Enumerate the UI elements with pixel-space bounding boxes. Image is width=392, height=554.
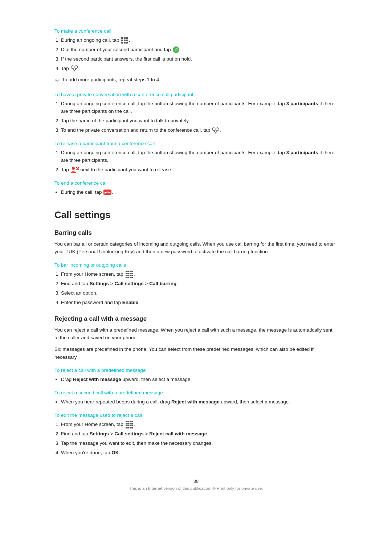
page-footer: 38 This is an Internet version of this p… xyxy=(54,479,338,491)
release-participant-steps: During an ongoing conference call, tap t… xyxy=(61,149,338,174)
step-2: Dial the number of your second participa… xyxy=(61,46,338,54)
conference-call-section: To make a conference call During an ongo… xyxy=(54,28,338,85)
bar-step-1: From your Home screen, tap . xyxy=(61,271,338,278)
rejecting-body2: Six messages are predefined in the phone… xyxy=(54,345,338,361)
release-participant-title: To release a participant from a conferen… xyxy=(54,141,338,146)
priv-step-3: To end the private conversation and retu… xyxy=(61,127,338,134)
person-x-icon xyxy=(71,167,79,173)
second-call-list: When you hear repeated beeps during a ca… xyxy=(61,398,338,406)
end-conference-section: To end a conference call During the call… xyxy=(54,180,338,196)
step-3: If the second participant answers, the f… xyxy=(61,56,338,63)
step-1: During an ongoing call, tap . xyxy=(61,37,338,44)
end-call-icon xyxy=(103,189,111,196)
phone-green-icon xyxy=(173,46,179,53)
predefined-item: Drag Reject with message upward, then se… xyxy=(61,376,338,383)
private-conversation-section: To have a private conversation with a co… xyxy=(54,92,338,134)
edit-step-2: Find and tap Settings > Call settings > … xyxy=(61,430,338,438)
barring-calls-body: You can bar all or certain categories of… xyxy=(54,240,338,256)
end-conference-item: During the call, tap . xyxy=(61,189,338,196)
priv-step-1: During an ongoing conference call, tap t… xyxy=(61,100,338,115)
rejecting-section: Rejecting a call with a message You can … xyxy=(54,315,338,457)
svg-point-3 xyxy=(216,128,219,131)
dialpad-icon xyxy=(121,37,128,44)
conference-call-title: To make a conference call xyxy=(54,28,338,34)
end-conference-list: During the call, tap . xyxy=(61,189,338,196)
tip-text: To add more participants, repeat steps 1… xyxy=(62,76,160,84)
release-participant-section: To release a participant from a conferen… xyxy=(54,141,338,174)
tip-line: ✳ To add more participants, repeat steps… xyxy=(54,76,338,86)
edit-step-1: From your Home screen, tap . xyxy=(61,421,338,428)
bar-step-4: Enter the password and tap Enable. xyxy=(61,299,338,307)
edit-message-title: To edit the message used to reject a cal… xyxy=(54,413,338,418)
conference-call-steps: During an ongoing call, tap . Dial the n… xyxy=(61,37,338,73)
second-call-item: When you hear repeated beeps during a ca… xyxy=(61,398,338,406)
bar-incoming-title: To bar incoming or outgoing calls xyxy=(54,262,338,268)
edit-step-3: Tap the message you want to edit, then m… xyxy=(61,440,338,447)
edit-step-4: When you're done, tap OK. xyxy=(61,449,338,457)
svg-point-4 xyxy=(72,167,75,170)
bar-incoming-steps: From your Home screen, tap . Find and ta… xyxy=(61,271,338,307)
private-conversation-title: To have a private conversation with a co… xyxy=(54,92,338,97)
merge-icon xyxy=(71,65,78,72)
svg-point-0 xyxy=(71,66,74,69)
predefined-title: To reject a call with a predefined messa… xyxy=(54,368,338,373)
edit-message-steps: From your Home screen, tap . Find and ta… xyxy=(61,421,338,457)
call-settings-heading: Call settings xyxy=(54,209,338,221)
second-call-title: To reject a second call with a predefine… xyxy=(54,390,338,395)
app-grid-icon-2 xyxy=(126,421,133,428)
bar-step-2: Find and tap Settings > Call settings > … xyxy=(61,280,338,288)
svg-point-2 xyxy=(212,128,215,131)
page-content: To make a conference call During an ongo… xyxy=(54,0,338,520)
barring-calls-section: Barring calls You can bar all or certain… xyxy=(54,229,338,307)
end-conference-title: To end a conference call xyxy=(54,180,338,186)
barring-calls-subheading: Barring calls xyxy=(54,229,338,237)
bar-step-3: Select an option. xyxy=(61,290,338,297)
release-step-2: Tap next to the participant you want to … xyxy=(61,166,338,174)
footer-notice: This is an Internet version of this publ… xyxy=(54,486,338,491)
rejecting-subheading: Rejecting a call with a message xyxy=(54,315,338,323)
priv-step-2: Tap the name of the participant you want… xyxy=(61,117,338,125)
tip-icon: ✳ xyxy=(54,77,59,86)
app-grid-icon xyxy=(126,271,133,278)
release-step-1: During an ongoing conference call, tap t… xyxy=(61,149,338,164)
predefined-list: Drag Reject with message upward, then se… xyxy=(61,376,338,383)
merge-icon-2 xyxy=(212,127,219,134)
rejecting-body1: You can reject a call with a predefined … xyxy=(54,326,338,342)
svg-point-1 xyxy=(75,66,78,69)
step-4: Tap . xyxy=(61,65,338,73)
private-conversation-steps: During an ongoing conference call, tap t… xyxy=(61,100,338,134)
page-number: 38 xyxy=(54,479,338,484)
